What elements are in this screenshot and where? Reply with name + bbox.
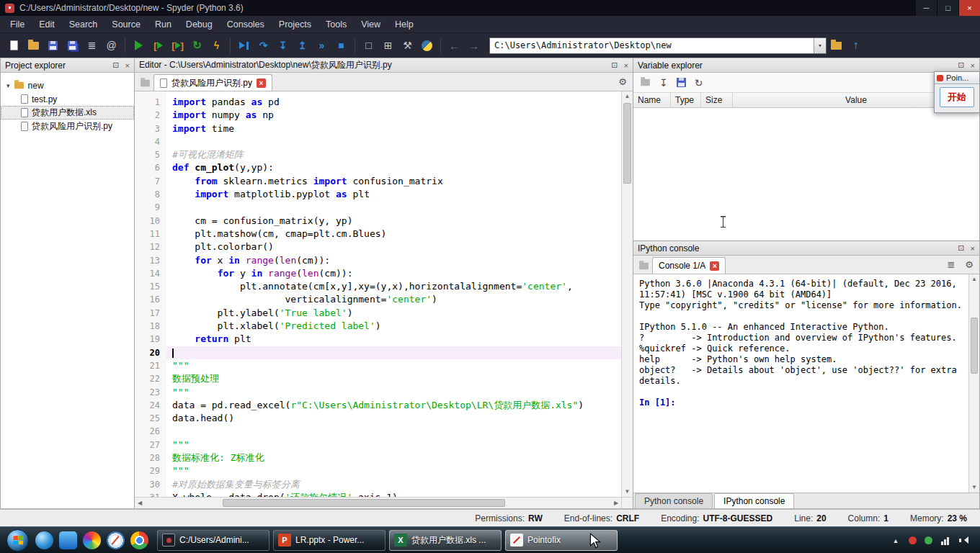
python-path-icon[interactable] [417, 36, 437, 55]
run-selection-icon[interactable]: ϟ [207, 36, 226, 55]
stop-debug-icon[interactable]: ■ [331, 36, 351, 55]
code-line-16[interactable]: 16 verticalalignment='center') [135, 293, 621, 306]
code-line-31[interactable]: 31X_whole = data.drop('还款拖欠情况',axis=1) [135, 491, 621, 497]
close-console-icon[interactable]: × [971, 244, 975, 253]
pointofix-tray-icon[interactable] [909, 536, 917, 544]
editor-tab[interactable]: 贷款风险用户识别.py × [153, 74, 272, 91]
fullscreen-icon[interactable]: ⊞ [378, 36, 398, 55]
code-line-21[interactable]: 21""" [135, 359, 621, 372]
parent-directory-icon[interactable]: ↑ [846, 36, 865, 55]
console-env-icon[interactable]: ≣ [947, 259, 955, 270]
code-line-22[interactable]: 22数据预处理 [135, 372, 621, 385]
code-line-18[interactable]: 18 plt.xlabel('Predicted label') [135, 320, 621, 333]
code-line-15[interactable]: 15 plt.annotate(cm[x,y],xy=(y,x),horizon… [135, 280, 621, 293]
code-line-27[interactable]: 27""" [135, 439, 621, 451]
close-editor-icon[interactable]: × [624, 61, 628, 70]
code-line-25[interactable]: 25data.head() [135, 412, 621, 425]
minimize-button[interactable]: ─ [915, 0, 937, 16]
menu-projects[interactable]: Projects [272, 16, 318, 32]
step-return-icon[interactable]: ↥ [293, 36, 312, 55]
save-icon[interactable] [43, 36, 63, 55]
symbol-finder-icon[interactable]: @ [102, 36, 121, 55]
open-data-icon[interactable] [640, 78, 651, 86]
column-type[interactable]: Type [671, 93, 701, 107]
menu-file[interactable]: File [3, 16, 32, 32]
code-line-17[interactable]: 17 plt.ylabel('True label') [135, 307, 621, 320]
menu-source[interactable]: Source [104, 16, 148, 32]
pointofix-start-button[interactable]: 开始 [940, 87, 974, 107]
code-line-29[interactable]: 29""" [135, 464, 621, 477]
browse-working-directory-icon[interactable] [827, 36, 846, 55]
taskbar-app[interactable]: C:/Users/Admini... [157, 530, 270, 551]
network-icon[interactable] [940, 535, 950, 545]
code-line-5[interactable]: 5#可视化混淆矩阵 [135, 148, 621, 161]
save-all-icon[interactable] [63, 36, 82, 55]
refresh-icon[interactable]: ↻ [695, 77, 703, 89]
code-line-13[interactable]: 13 for x in range(len(cm)): [135, 254, 621, 267]
code-line-26[interactable]: 26 [135, 425, 621, 438]
console-prompt[interactable]: In [1]: [639, 397, 963, 408]
undock-editor-icon[interactable]: ⊡ [611, 60, 618, 70]
editor-horizontal-scrollbar[interactable]: ◀ ▶ [135, 497, 621, 508]
close-pane-icon[interactable]: × [125, 61, 130, 70]
chrome-icon[interactable] [130, 531, 148, 549]
code-line-4[interactable]: 4 [135, 135, 621, 148]
console-scroll-down-icon[interactable]: ▼ [969, 482, 979, 493]
security-tray-icon[interactable] [925, 536, 932, 544]
volume-icon[interactable] [958, 535, 968, 545]
start-button[interactable] [6, 529, 29, 552]
column-size[interactable]: Size [701, 93, 733, 107]
pointofix-titlebar[interactable]: Poin... [935, 72, 979, 84]
undock-console-icon[interactable]: ⊡ [958, 243, 964, 253]
browse-tabs-icon[interactable] [136, 75, 153, 91]
combobox-dropdown-icon[interactable]: ▾ [814, 38, 826, 53]
project-root[interactable]: ▾ new [1, 78, 134, 92]
new-file-icon[interactable] [4, 36, 24, 55]
close-button[interactable]: × [958, 0, 980, 16]
code-line-28[interactable]: 28数据标准化: Z标准化 [135, 451, 621, 464]
code-line-20[interactable]: 20 [135, 346, 621, 359]
working-directory-combobox[interactable]: C:\Users\Administrator\Desktop\new ▾ [489, 37, 827, 54]
run-icon[interactable] [129, 36, 148, 55]
scroll-left-icon[interactable]: ◀ [135, 498, 145, 508]
messenger-icon[interactable] [59, 531, 77, 549]
file-switcher-icon[interactable]: ≣ [82, 36, 102, 55]
step-into-icon[interactable]: ↧ [273, 36, 293, 55]
code-line-9[interactable]: 9 [135, 201, 621, 214]
console-output[interactable]: Python 3.6.0 |Anaconda 4.3.1 (64-bit)| (… [633, 274, 968, 493]
open-file-icon[interactable] [24, 36, 43, 55]
console-tab[interactable]: Console 1/A × [652, 257, 726, 274]
console-scroll-up-icon[interactable]: ▲ [969, 274, 979, 284]
code-line-23[interactable]: 23""" [135, 386, 621, 399]
editor-vertical-scrollbar[interactable]: ▲ ▼ [621, 91, 633, 497]
column-name[interactable]: Name [633, 93, 671, 107]
close-ve-icon[interactable]: × [971, 61, 975, 70]
code-line-12[interactable]: 12 plt.colorbar() [135, 240, 621, 253]
project-file[interactable]: test.py [1, 92, 134, 106]
save-data-icon[interactable] [677, 78, 686, 87]
code-line-1[interactable]: 1import pandas as pd [135, 96, 621, 109]
run-cell-advance-icon[interactable]: [] [168, 36, 187, 55]
browser-icon[interactable] [35, 531, 53, 549]
code-area[interactable]: 1import pandas as pd2import numpy as np3… [135, 91, 621, 497]
code-line-10[interactable]: 10 cm = confusion_matrix(y, yp) [135, 215, 621, 228]
undock-pane-icon[interactable]: ⊡ [112, 60, 119, 70]
hscroll-thumb[interactable] [223, 499, 505, 507]
browse-consoles-icon[interactable] [635, 258, 652, 274]
menu-consoles[interactable]: Consoles [220, 16, 272, 32]
menu-search[interactable]: Search [62, 16, 105, 32]
code-line-8[interactable]: 8 import matplotlib.pyplot as plt [135, 188, 621, 201]
code-line-11[interactable]: 11 plt.matshow(cm, cmap=plt.cm.Blues) [135, 228, 621, 240]
maximize-button[interactable]: □ [937, 0, 958, 16]
close-tab-icon[interactable]: × [257, 78, 266, 88]
tab-ipython-console[interactable]: IPython console [714, 493, 794, 508]
code-line-24[interactable]: 24data = pd.read_excel(r"C:\Users\Admini… [135, 399, 621, 412]
code-line-14[interactable]: 14 for y in range(len(cm)): [135, 267, 621, 280]
tools-icon[interactable]: ⚒ [398, 36, 417, 55]
editor-options-icon[interactable]: ⚙ [618, 76, 627, 87]
menu-help[interactable]: Help [388, 16, 421, 32]
code-line-30[interactable]: 30#对原始数据集变量与标签分离 [135, 478, 621, 491]
continue-icon[interactable]: » [312, 36, 331, 55]
console-scroll-thumb[interactable] [971, 318, 978, 374]
menu-tools[interactable]: Tools [318, 16, 354, 32]
